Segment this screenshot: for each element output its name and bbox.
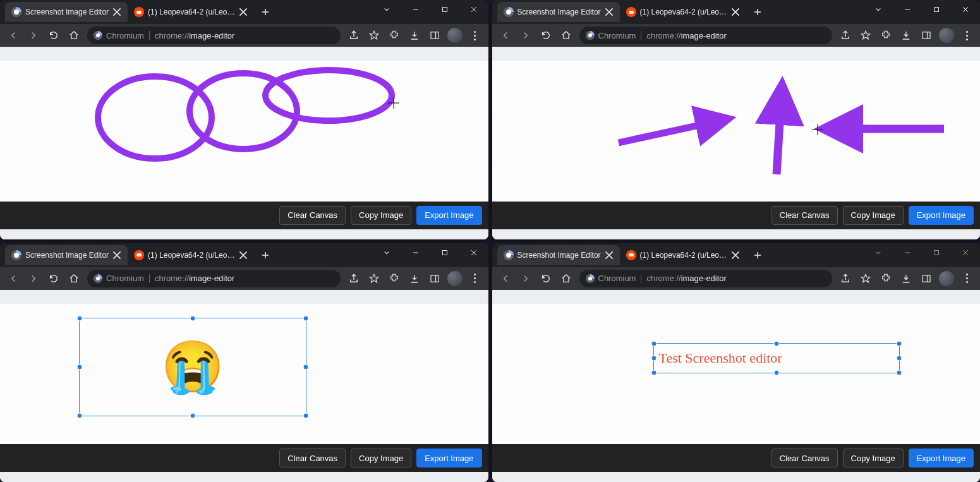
new-tab-button[interactable] [257,246,274,264]
text-object[interactable]: Test Screenshot editor [659,350,782,366]
tab-inactive[interactable]: (1) Leopeva64-2 (u/Leopeva64-2) [620,245,746,265]
export-image-button[interactable]: Export Image [416,206,481,225]
tab-active[interactable]: Screenshot Image Editor [5,2,128,22]
home-button[interactable] [64,26,83,45]
reload-button[interactable] [44,269,63,288]
back-button[interactable] [4,269,23,288]
resize-handle-s[interactable] [773,370,779,375]
bookmark-icon[interactable] [365,269,384,288]
close-icon[interactable] [112,8,121,16]
maximize-button[interactable] [430,243,459,262]
home-button[interactable] [64,269,83,288]
resize-handle-n[interactable] [190,315,196,321]
resize-handle-n[interactable] [773,340,779,346]
close-window-button[interactable] [459,0,488,19]
tab-inactive[interactable]: (1) Leopeva64-2 (u/Leopeva64-2) [128,245,254,265]
clear-canvas-button[interactable]: Clear Canvas [771,449,838,467]
export-image-button[interactable]: Export Image [909,449,974,467]
reload-button[interactable] [536,269,555,288]
bookmark-icon[interactable] [856,269,875,288]
close-window-button[interactable] [951,0,980,19]
resize-handle-se[interactable] [303,413,309,418]
sidepanel-icon[interactable] [425,269,444,288]
profile-avatar[interactable] [445,26,464,45]
omnibox[interactable]: Chromium chrome://image-editor [87,27,341,44]
extensions-icon[interactable] [385,26,404,45]
forward-button[interactable] [24,26,43,45]
menu-button[interactable] [466,26,485,45]
resize-handle-w[interactable] [651,355,656,361]
sidepanel-icon[interactable] [917,26,936,45]
clear-canvas-button[interactable]: Clear Canvas [279,449,346,467]
omnibox[interactable]: Chromium chrome://image-editor [87,270,341,287]
extensions-icon[interactable] [876,26,895,45]
site-info[interactable]: Chromium [94,31,144,40]
resize-handle-w[interactable] [77,364,83,370]
tab-search-icon[interactable] [372,0,401,19]
back-button[interactable] [4,26,23,45]
resize-handle-e[interactable] [303,364,309,370]
resize-handle-ne[interactable] [303,315,309,321]
tab-inactive[interactable]: (1) Leopeva64-2 (u/Leopeva64-2) [128,2,254,22]
close-icon[interactable] [731,8,740,16]
menu-button[interactable] [466,269,485,288]
extensions-icon[interactable] [876,269,895,288]
menu-button[interactable] [957,26,976,45]
resize-handle-se[interactable] [896,370,902,375]
close-window-button[interactable] [951,243,980,262]
copy-image-button[interactable]: Copy Image [351,449,411,467]
close-icon[interactable] [239,251,248,260]
minimize-button[interactable] [893,0,922,19]
editor-canvas[interactable] [0,61,488,202]
back-button[interactable] [496,269,515,288]
resize-handle-sw[interactable] [77,413,83,418]
tab-search-icon[interactable] [864,243,893,262]
clear-canvas-button[interactable]: Clear Canvas [771,206,838,225]
tab-search-icon[interactable] [372,243,401,262]
tab-inactive[interactable]: (1) Leopeva64-2 (u/Leopeva64-2) [620,2,746,22]
maximize-button[interactable] [922,0,951,19]
profile-avatar[interactable] [445,269,464,288]
resize-handle-nw[interactable] [77,315,83,321]
resize-handle-ne[interactable] [896,340,902,346]
close-icon[interactable] [731,251,740,260]
omnibox[interactable]: Chromium chrome://image-editor [579,27,833,44]
minimize-button[interactable] [401,0,430,19]
export-image-button[interactable]: Export Image [416,449,481,467]
downloads-icon[interactable] [897,26,916,45]
editor-canvas[interactable]: Test Screenshot editor [492,304,981,445]
new-tab-button[interactable] [749,246,766,264]
share-icon[interactable] [344,269,363,288]
clear-canvas-button[interactable]: Clear Canvas [279,206,346,225]
selection-box[interactable]: Test Screenshot editor [653,343,900,373]
downloads-icon[interactable] [405,26,424,45]
resize-handle-s[interactable] [190,413,196,418]
minimize-button[interactable] [401,243,430,262]
home-button[interactable] [557,269,576,288]
downloads-icon[interactable] [897,269,916,288]
downloads-icon[interactable] [405,269,424,288]
tab-active[interactable]: Screenshot Image Editor [5,245,128,265]
site-info[interactable]: Chromium [586,274,636,283]
tab-active[interactable]: Screenshot Image Editor [497,2,620,22]
close-icon[interactable] [605,8,614,16]
home-button[interactable] [557,26,576,45]
sidepanel-icon[interactable] [917,269,936,288]
bookmark-icon[interactable] [856,26,875,45]
maximize-button[interactable] [430,0,459,19]
export-image-button[interactable]: Export Image [909,206,974,225]
maximize-button[interactable] [922,243,951,262]
reload-button[interactable] [536,26,555,45]
copy-image-button[interactable]: Copy Image [351,206,411,225]
menu-button[interactable] [957,269,976,288]
forward-button[interactable] [516,26,535,45]
sidepanel-icon[interactable] [425,26,444,45]
close-icon[interactable] [605,251,614,260]
copy-image-button[interactable]: Copy Image [843,449,904,467]
new-tab-button[interactable] [749,3,766,21]
emoji-object[interactable]: 😭 [161,342,224,392]
reload-button[interactable] [44,26,63,45]
tab-active[interactable]: Screenshot Image Editor [497,245,620,265]
editor-canvas[interactable] [492,61,981,202]
minimize-button[interactable] [893,243,922,262]
